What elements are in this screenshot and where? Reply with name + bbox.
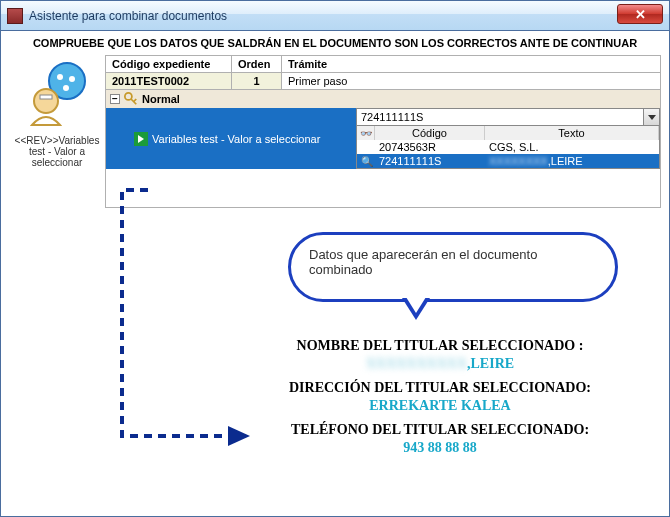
col-codigo: Código expediente <box>106 56 232 73</box>
content-area: <<REV>>Variables test - Valor a seleccio… <box>1 55 669 216</box>
svg-point-4 <box>34 89 58 113</box>
svg-point-1 <box>57 74 63 80</box>
doc-name-value: XXXXXXXXXX,LEIRE <box>230 356 650 372</box>
sidebar: <<REV>>Variables test - Valor a seleccio… <box>9 55 105 208</box>
tree-group-label: Normal <box>142 93 180 105</box>
tree-spacer <box>106 169 660 207</box>
expedient-table: Código expediente Orden Trámite 2011TEST… <box>105 55 661 90</box>
cell-orden: 1 <box>232 73 282 90</box>
row-text: XXXXXXXX,LEIRE <box>485 154 659 168</box>
doc-phone-value: 943 88 88 88 <box>230 440 650 456</box>
cell-tramite: Primer paso <box>282 73 661 90</box>
svg-point-6 <box>125 93 132 100</box>
document-preview: NOMBRE DEL TITULAR SELECCIONADO : XXXXXX… <box>230 330 650 456</box>
tree-variable-row[interactable]: Variables test - Valor a seleccionar Cód… <box>106 108 660 169</box>
chevron-down-icon[interactable] <box>643 109 659 125</box>
svg-point-3 <box>63 85 69 91</box>
variable-label: Variables test - Valor a seleccionar <box>152 133 320 145</box>
window-title: Asistente para combinar documentos <box>29 9 227 23</box>
variable-value-area: Código Texto 20743563R CGS, S.L. 7241111… <box>356 108 660 169</box>
col-text: Texto <box>485 126 659 140</box>
row-indicator <box>357 140 375 154</box>
callout-text: Datos que aparecerán en el documento com… <box>309 247 537 277</box>
doc-phone-label: TELÉFONO DEL TITULAR SELECCIONADO: <box>230 422 650 438</box>
row-code: 724111111S <box>375 154 485 168</box>
doc-address-label: DIRECCIÓN DEL TITULAR SELECCIONADO: <box>230 380 650 396</box>
close-button[interactable]: ✕ <box>617 4 663 24</box>
row-code: 20743563R <box>375 140 485 154</box>
variable-tree: − Normal Variables test - Valor a selecc… <box>105 90 661 208</box>
dropdown-header: Código Texto <box>357 126 659 140</box>
instruction-banner: COMPRUEBE QUE LOS DATOS QUE SALDRÁN EN E… <box>1 31 669 55</box>
key-icon <box>124 92 138 106</box>
play-icon <box>134 132 148 146</box>
list-item[interactable]: 724111111S XXXXXXXX,LEIRE <box>357 154 659 168</box>
wizard-icon <box>22 59 92 129</box>
row-text: CGS, S.L. <box>485 140 659 154</box>
callout-bubble: Datos que aparecerán en el documento com… <box>288 232 618 302</box>
titlebar: Asistente para combinar documentos ✕ <box>1 1 669 31</box>
close-icon: ✕ <box>635 7 646 22</box>
main-panel: Código expediente Orden Trámite 2011TEST… <box>105 55 661 208</box>
doc-address-value: ERREKARTE KALEA <box>230 398 650 414</box>
doc-name-label: NOMBRE DEL TITULAR SELECCIONADO : <box>230 338 650 354</box>
col-tramite: Trámite <box>282 56 661 73</box>
value-input[interactable] <box>357 109 643 125</box>
cell-codigo: 2011TEST0002 <box>106 73 232 90</box>
collapse-icon[interactable]: − <box>110 94 120 104</box>
sidebar-rev-label: <<REV>>Variables test - Valor a seleccio… <box>9 135 105 168</box>
table-row: 2011TEST0002 1 Primer paso <box>106 73 661 90</box>
list-item[interactable]: 20743563R CGS, S.L. <box>357 140 659 154</box>
search-icon <box>357 154 375 168</box>
binoculars-icon[interactable] <box>357 126 375 140</box>
dropdown-list: Código Texto 20743563R CGS, S.L. 7241111… <box>356 126 660 169</box>
variable-name-cell[interactable]: Variables test - Valor a seleccionar <box>106 108 356 169</box>
table-header-row: Código expediente Orden Trámite <box>106 56 661 73</box>
svg-point-2 <box>69 76 75 82</box>
svg-rect-5 <box>40 95 52 99</box>
app-window: Asistente para combinar documentos ✕ COM… <box>0 0 670 517</box>
col-orden: Orden <box>232 56 282 73</box>
app-icon <box>7 8 23 24</box>
value-dropdown[interactable] <box>356 108 660 126</box>
col-code: Código <box>375 126 485 140</box>
tree-group-normal[interactable]: − Normal <box>106 90 660 108</box>
